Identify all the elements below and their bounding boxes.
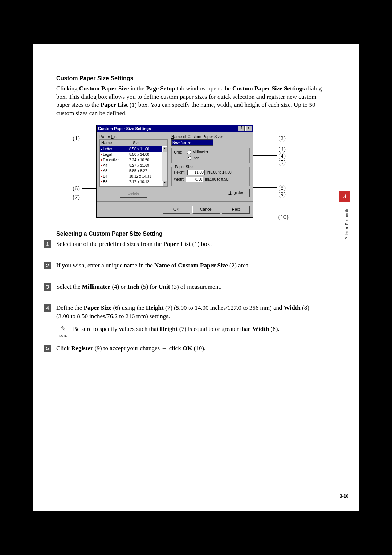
callout-4: (4) <box>278 153 286 159</box>
unit-mm-radio[interactable]: Millimeter <box>187 150 208 155</box>
dialog-title: Custom Paper Size Settings <box>98 126 151 131</box>
chapter-label: Printer Properties <box>344 205 349 240</box>
col-name: Name <box>100 140 131 146</box>
height-input[interactable]: 11.00 <box>187 170 205 175</box>
note: ✎ NOTE Be sure to specify values such th… <box>58 325 323 337</box>
name-input[interactable]: New Name <box>171 139 213 146</box>
paper-list-row[interactable]: •Legal 8.50 x 14.00 <box>100 152 162 157</box>
step-badge: 4 <box>44 304 51 312</box>
leader-line <box>252 138 277 138</box>
paper-list-row[interactable]: •B4 10.12 x 14.33 <box>100 174 162 179</box>
width-label: Width: <box>174 177 184 182</box>
width-input[interactable]: 8.50 <box>186 177 203 182</box>
scroll-up-button[interactable]: ▲ <box>162 146 167 152</box>
step-2: If you wish, enter a unique name in the … <box>56 262 323 270</box>
step-4: Define the Paper Size (6) using the Heig… <box>56 304 323 321</box>
callout-2: (2) <box>278 135 286 141</box>
step-5: Click Register (9) to accept your change… <box>56 344 323 353</box>
callout-3: (3) <box>278 146 286 152</box>
callout-6: (6) <box>73 185 80 191</box>
intro-paragraph: Clicking Custom Paper Size in the Page S… <box>56 85 323 118</box>
step-badge: 1 <box>44 240 51 248</box>
help-window-button[interactable]: ? <box>238 126 245 131</box>
paper-list-label: Paper List: <box>99 134 119 139</box>
step-badge: 3 <box>44 283 51 291</box>
callout-5: (5) <box>278 159 286 165</box>
page: 3 Printer Properties 3-10 Custom Paper S… <box>33 44 359 511</box>
heading-selecting: Selecting a Custom Paper Size Setting <box>56 230 323 238</box>
paper-list-header: Name Size <box>99 139 168 146</box>
custom-paper-size-dialog: Custom Paper Size Settings ? × Paper Lis… <box>96 125 253 218</box>
delete-button[interactable]: Delete <box>120 190 147 198</box>
callout-8: (8) <box>278 185 286 191</box>
register-button[interactable]: Register <box>222 189 250 197</box>
callout-9: (9) <box>278 191 286 197</box>
name-label: Name of Custom Paper Size: <box>171 134 223 139</box>
chapter-tab: 3 <box>339 191 350 202</box>
callout-1: (1) <box>73 135 80 141</box>
unit-in-radio[interactable]: Inch <box>187 156 208 161</box>
paper-list-row[interactable]: •A5 5.85 x 8.27 <box>100 168 162 174</box>
note-icon: ✎ NOTE <box>58 325 68 337</box>
unit-label: Unit: <box>174 150 182 155</box>
paper-list-row[interactable]: •A4 8.27 x 11.69 <box>100 163 162 168</box>
col-size: Size <box>131 140 142 146</box>
cancel-button[interactable]: Cancel <box>192 206 220 214</box>
help-button[interactable]: Help <box>222 206 250 214</box>
scroll-track[interactable] <box>162 152 167 181</box>
note-text: Be sure to specify values such that Heig… <box>73 325 279 333</box>
heading-custom-paper-size: Custom Paper Size Settings <box>56 74 323 82</box>
paper-list[interactable]: •Letter 8.50 x 11.00 •Legal 8.50 x 14.00… <box>99 146 168 187</box>
paper-list-row[interactable]: •Letter 8.50 x 11.00 <box>100 146 162 152</box>
height-label: Height: <box>174 170 185 175</box>
height-range: in[5.00 to 14.00] <box>207 170 233 175</box>
step-badge: 5 <box>44 345 51 352</box>
leader-line <box>252 194 277 194</box>
scroll-down-button[interactable]: ▼ <box>162 181 167 186</box>
close-window-button[interactable]: × <box>245 126 252 131</box>
papersize-legend: Paper Size <box>174 165 194 170</box>
width-range: in[3.00 to 8.50] <box>205 177 229 182</box>
step-1: Select one of the predefined sizes from … <box>56 240 323 248</box>
page-number: 3-10 <box>340 494 348 499</box>
dialog-figure: (1) (6) (7) (2) (3) (4) (5) (8) (9) <box>73 125 292 218</box>
separator <box>97 201 253 202</box>
paper-list-row[interactable]: •Executive 7.24 x 10.50 <box>100 157 162 163</box>
callout-7: (7) <box>73 194 80 200</box>
step-3: Select the Millimater (4) or Inch (5) fo… <box>56 283 323 291</box>
scrollbar[interactable]: ▲ ▼ <box>162 146 167 186</box>
ok-button[interactable]: OK <box>163 206 190 214</box>
step-badge: 2 <box>44 262 51 269</box>
leader-line <box>82 188 97 189</box>
content: Custom Paper Size Settings Clicking Cust… <box>56 74 323 353</box>
callout-10: (10) <box>278 214 289 220</box>
dialog-titlebar[interactable]: Custom Paper Size Settings ? × <box>97 125 253 132</box>
leader-line <box>252 187 277 188</box>
paper-list-row[interactable]: •B5 7.17 x 10.12 <box>100 179 162 185</box>
